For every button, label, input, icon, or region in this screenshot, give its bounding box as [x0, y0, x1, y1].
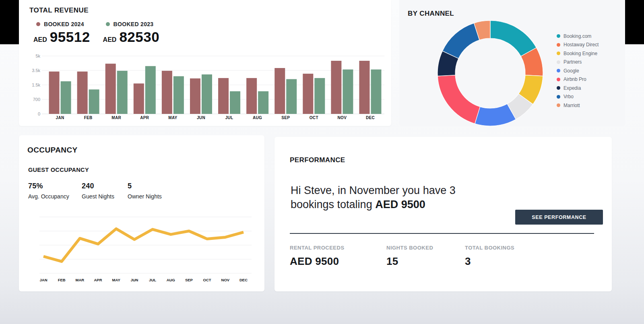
- channel-legend-item: Marriott: [557, 101, 599, 110]
- x-axis-month-label: MAY: [112, 278, 121, 282]
- x-axis-month-label: JAN: [56, 116, 64, 120]
- booked-2023-amount: 82530: [119, 29, 159, 45]
- letterbox-right: [623, 0, 644, 44]
- x-axis-month-label: JUL: [225, 116, 233, 120]
- x-axis-month-label: JUL: [149, 278, 156, 282]
- bar-2023: [61, 81, 71, 114]
- performance-divider: [290, 233, 594, 234]
- x-axis-month-label: SEP: [185, 278, 193, 282]
- x-axis-month-label: DEC: [239, 278, 248, 282]
- x-axis-month-label: APR: [140, 116, 149, 120]
- booked-2023-dot-icon: [106, 22, 110, 26]
- letterbox-left: [0, 0, 19, 44]
- stat-label: Guest Nights: [82, 193, 128, 200]
- x-axis-month-label: JAN: [39, 278, 47, 282]
- bar-2023: [202, 74, 212, 114]
- stat-value: 75%: [28, 182, 82, 190]
- donut-slice: [438, 75, 480, 124]
- channel-legend-item: Google: [557, 66, 599, 75]
- bar-2023: [117, 71, 128, 114]
- legend-dot-icon: [557, 95, 560, 99]
- occupancy-stat: 5Owner Nights: [128, 182, 162, 200]
- x-axis-month-label: AUG: [253, 116, 262, 120]
- bar-2023: [89, 89, 99, 114]
- bar-2024: [49, 72, 60, 114]
- legend-label: Partners: [564, 59, 582, 65]
- x-axis-month-label: APR: [94, 278, 102, 282]
- channel-legend-item: Expedia: [557, 84, 599, 93]
- booked-2024-label: BOOKED 2024: [44, 21, 84, 27]
- bar-2023: [314, 78, 325, 114]
- performance-stats-row: RENTAL PROCEEDSAED 9500NIGHTS BOOKED15TO…: [290, 245, 514, 268]
- booked-2023-summary: BOOKED 2023 AED 82530: [103, 21, 160, 45]
- channel-legend-item: Partners: [557, 58, 599, 67]
- performance-stat: NIGHTS BOOKED15: [386, 245, 465, 268]
- x-axis-month-label: AUG: [167, 278, 175, 282]
- stat-value: 240: [82, 182, 128, 190]
- y-axis-tick: 700: [33, 97, 40, 102]
- performance-card: PERFORMANCE Hi Steve, in November you ha…: [275, 137, 612, 291]
- total-revenue-title: TOTAL REVENUE: [29, 6, 89, 14]
- performance-message: Hi Steve, in November you have 3 booking…: [291, 184, 484, 212]
- donut-slice: [490, 21, 537, 56]
- bar-2024: [134, 83, 144, 114]
- bar-2023: [230, 91, 240, 114]
- channel-legend: Booking.comHostaway DirectBooking Engine…: [557, 32, 599, 110]
- performance-title: PERFORMANCE: [290, 156, 345, 164]
- stat-label: Owner Nights: [128, 193, 162, 200]
- bar-2024: [218, 78, 229, 114]
- bar-2023: [173, 76, 184, 114]
- legend-label: Marriott: [564, 103, 580, 108]
- x-axis-month-label: FEB: [58, 278, 66, 282]
- x-axis-month-label: DEC: [366, 116, 375, 120]
- x-axis-month-label: JUN: [130, 278, 138, 282]
- occupancy-stats-row: 75%Avg. Occupancy240Guest Nights5Owner N…: [28, 182, 162, 200]
- booked-2024-summary: BOOKED 2024 AED 95512: [33, 21, 90, 45]
- currency-label: AED: [33, 36, 47, 43]
- bar-2024: [275, 68, 285, 114]
- y-axis-tick: 5k: [35, 54, 40, 58]
- x-axis-month-label: FEB: [84, 116, 93, 120]
- by-channel-title: BY CHANNEL: [408, 10, 454, 18]
- occupancy-line-chart: JANFEBMARAPRMAYJUNJULAUGSEPOCTNOVDEC: [23, 212, 260, 286]
- legend-dot-icon: [557, 103, 560, 107]
- stat-value: AED 9500: [290, 255, 386, 268]
- currency-label: AED: [103, 36, 117, 43]
- legend-dot-icon: [557, 43, 560, 47]
- stat-value: 3: [465, 255, 514, 268]
- by-channel-card: BY CHANNEL Booking.comHostaway DirectBoo…: [399, 0, 625, 126]
- channel-legend-item: Booking Engine: [557, 49, 599, 58]
- y-axis-tick: 0: [38, 111, 40, 116]
- bar-2023: [286, 79, 297, 114]
- legend-label: Expedia: [564, 85, 581, 91]
- x-axis-month-label: SEP: [281, 116, 290, 120]
- legend-dot-icon: [557, 86, 560, 90]
- x-axis-month-label: JUN: [197, 116, 205, 120]
- x-axis-month-label: MAR: [76, 278, 85, 282]
- see-performance-button[interactable]: SEE PERFORMANCE: [515, 210, 603, 225]
- x-axis-month-label: MAR: [111, 116, 121, 120]
- booked-2024-dot-icon: [36, 22, 40, 26]
- stat-value: 5: [128, 182, 162, 190]
- x-axis-month-label: OCT: [310, 116, 318, 120]
- stat-value: 15: [386, 255, 465, 268]
- legend-dot-icon: [557, 52, 560, 55]
- revenue-summaries: BOOKED 2024 AED 95512 BOOKED 2023 AED 82…: [33, 21, 159, 45]
- stat-label: RENTAL PROCEEDS: [290, 245, 386, 251]
- booked-2023-label: BOOKED 2023: [114, 21, 154, 27]
- legend-label: Booking Engine: [564, 51, 597, 56]
- legend-label: Booking.com: [564, 33, 591, 39]
- bar-2024: [246, 78, 257, 114]
- stat-label: Avg. Occupancy: [28, 193, 82, 200]
- bar-2024: [359, 61, 369, 114]
- x-axis-month-label: OCT: [203, 278, 211, 282]
- legend-label: Hostaway Direct: [564, 42, 599, 47]
- x-axis-month-label: NOV: [221, 278, 230, 282]
- channel-legend-item: Hostaway Direct: [557, 41, 599, 50]
- legend-dot-icon: [557, 34, 560, 38]
- bar-2024: [77, 72, 88, 114]
- legend-dot-icon: [557, 69, 560, 72]
- occupancy-stat: 75%Avg. Occupancy: [28, 182, 82, 200]
- legend-dot-icon: [557, 60, 560, 64]
- occupancy-stat: 240Guest Nights: [82, 182, 128, 200]
